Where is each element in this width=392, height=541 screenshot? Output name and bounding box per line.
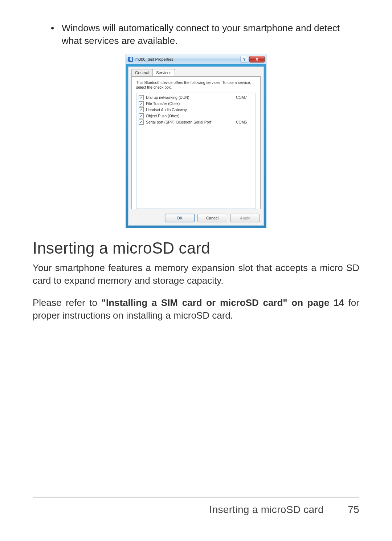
- dialog-tabs: General Services: [131, 69, 175, 76]
- service-checkbox[interactable]: ✓: [139, 120, 144, 125]
- tab-services[interactable]: Services: [152, 69, 175, 76]
- para2-prefix: Please refer to: [33, 297, 102, 308]
- cancel-button[interactable]: Cancel: [197, 214, 227, 222]
- services-panel: This Bluetooth device offers the followi…: [131, 76, 261, 209]
- footer-title: Inserting a microSD card: [209, 504, 324, 515]
- close-button[interactable]: X: [249, 56, 265, 62]
- section-para-2: Please refer to "Installing a SIM card o…: [33, 296, 359, 322]
- apply-button[interactable]: Apply: [230, 214, 260, 222]
- services-description: This Bluetooth device offers the followi…: [136, 80, 256, 90]
- section-para-1: Your smartphone features a memory expans…: [33, 262, 359, 287]
- page-number: 75: [338, 504, 359, 516]
- close-icon: X: [256, 57, 258, 61]
- tab-general-label: General: [135, 70, 149, 75]
- bullet-dot-icon: •: [51, 22, 62, 47]
- bluetooth-icon: [128, 57, 133, 62]
- intro-bullet-text: Windows will automatically connect to yo…: [62, 22, 359, 47]
- page-footer: Inserting a microSD card 75: [33, 497, 359, 516]
- dialog-title: m300_test Properties: [135, 57, 240, 61]
- dialog-client: General Services This Bluetooth device o…: [128, 66, 264, 226]
- footer-rule: [33, 497, 359, 497]
- service-label: File Transfer (Obex): [146, 101, 236, 107]
- service-row: ✓ Object Push (Obex): [139, 113, 253, 119]
- service-checkbox[interactable]: ✓: [139, 95, 144, 100]
- ok-button-label: OK: [177, 216, 183, 220]
- apply-button-label: Apply: [240, 216, 250, 220]
- ok-button[interactable]: OK: [165, 214, 195, 222]
- footer-line: Inserting a microSD card 75: [33, 504, 359, 516]
- service-checkbox[interactable]: ✓: [139, 113, 144, 118]
- service-label: Dial-up networking (DUN): [146, 94, 236, 101]
- section-heading: Inserting a microSD card: [33, 239, 359, 257]
- para2-strong: "Installing a SIM card or microSD card" …: [102, 297, 344, 308]
- dialog-titlebar: m300_test Properties ? X: [126, 54, 266, 64]
- cancel-button-label: Cancel: [206, 216, 219, 220]
- help-icon: ?: [243, 57, 246, 61]
- service-row: ✓ Serial port (SPP) 'Bluetooth Serial Po…: [139, 119, 253, 125]
- service-row: ✓ Dial-up networking (DUN) COM7: [139, 94, 253, 101]
- service-row: ✓ Headset Audio Gateway: [139, 107, 253, 113]
- document-page: • Windows will automatically connect to …: [0, 0, 392, 541]
- service-port: COM7: [236, 94, 253, 101]
- service-port: COM5: [236, 119, 253, 125]
- services-list: ✓ Dial-up networking (DUN) COM7 ✓ File T…: [136, 93, 256, 209]
- service-label: Object Push (Obex): [146, 113, 236, 119]
- service-checkbox[interactable]: ✓: [139, 101, 144, 106]
- dialog-button-row: OK Cancel Apply: [165, 214, 260, 222]
- help-button[interactable]: ?: [240, 56, 248, 62]
- intro-bullet: • Windows will automatically connect to …: [33, 22, 359, 47]
- service-label: Headset Audio Gateway: [146, 107, 236, 113]
- properties-dialog: m300_test Properties ? X General Service…: [126, 54, 266, 228]
- tab-services-label: Services: [156, 70, 171, 75]
- service-row: ✓ File Transfer (Obex): [139, 101, 253, 107]
- window-buttons: ? X: [240, 56, 265, 62]
- service-checkbox[interactable]: ✓: [139, 107, 144, 112]
- service-label: Serial port (SPP) 'Bluetooth Serial Port…: [146, 119, 236, 125]
- tab-general[interactable]: General: [131, 69, 153, 76]
- dialog-figure: m300_test Properties ? X General Service…: [33, 54, 359, 228]
